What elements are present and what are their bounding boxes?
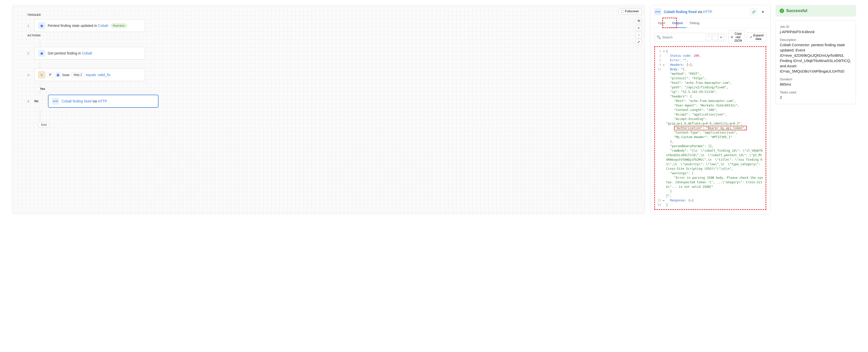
condition-card[interactable]: ↳ IF ◉ State Step 2 equals valid_fix [34, 68, 145, 81]
duration-value: 885ms [780, 82, 852, 87]
description-value: Cobalt Connector: pentest finding state … [780, 42, 852, 74]
trigger-card[interactable]: ◉ Pentest finding state updated in Cobal… [34, 19, 145, 32]
search-prev-button[interactable]: ˆ [706, 34, 712, 40]
fullscreen-label: Fullscreen [625, 9, 639, 13]
close-icon: ✕ [720, 36, 722, 39]
cobalt-icon: ◉ [56, 72, 61, 77]
end-node[interactable]: End [38, 122, 50, 128]
step-number: 3 [27, 73, 30, 77]
realtime-badge: Real-time [111, 23, 127, 28]
zoom-in-button[interactable]: + [636, 25, 642, 31]
fullscreen-icon: ⛶ [621, 9, 624, 13]
search-icon: 🔍 [656, 35, 661, 39]
fullscreen-button[interactable]: ⛶ Fullscreen [618, 8, 642, 14]
jobid-value: j-APRPdxP3-K4bnck [780, 29, 852, 34]
chevron-down-icon: ˇ [715, 36, 715, 39]
branch-icon: ↳ [38, 71, 45, 78]
expand-data-button[interactable]: ⤢ Expand data [747, 32, 766, 42]
tab-input[interactable]: Input [654, 19, 669, 28]
cobalt-icon: ◉ [38, 50, 45, 57]
http-action-text: Cobalt finding fixed via HTTP [62, 99, 107, 103]
step-number: 4 [27, 99, 30, 103]
step-number: 2 [27, 52, 30, 55]
link-button[interactable]: 🔗 [750, 8, 757, 15]
flow-canvas: ⛶ Fullscreen ⟲ + − ⤢ TRIGGER 1 ◉ Pentest… [12, 5, 645, 214]
step-number: 1 [27, 24, 30, 28]
trigger-text: Pentest finding state updated in Cobalt [48, 24, 108, 28]
copy-json-button[interactable]: ⎘ Copy raw JSON [728, 31, 745, 44]
copy-icon: ⎘ [731, 35, 733, 39]
detail-panel: HTTP Cobalt finding fixed via HTTP 🔗 ✕ I… [650, 5, 771, 214]
search-box[interactable]: 🔍 ˆ ˇ ✕ [654, 33, 726, 41]
action-text: Get pentest finding in Cobalt [48, 51, 92, 55]
close-button[interactable]: ✕ [759, 8, 766, 15]
no-branch-label: No [34, 99, 38, 103]
if-label: IF [47, 72, 54, 77]
chevron-up-icon: ˆ [709, 36, 709, 39]
action-card[interactable]: ◉ Get pentest finding in Cobalt [34, 47, 145, 60]
fit-button[interactable]: ⤢ [636, 39, 642, 45]
tasks-value: 2 [780, 95, 852, 100]
check-icon: ✓ [780, 8, 784, 13]
http-icon: HTTP [654, 8, 661, 15]
actions-section-label: ACTIONS [27, 34, 630, 37]
close-icon: ✕ [762, 10, 764, 14]
search-input[interactable] [662, 35, 705, 39]
search-clear-button[interactable]: ✕ [718, 34, 724, 40]
yes-branch-label: Yes [40, 87, 630, 91]
zoom-out-button[interactable]: − [636, 32, 642, 38]
job-details-panel: ✓ Successful Job ID j-APRPdxP3-K4bnck De… [776, 5, 856, 214]
tab-output[interactable]: Output [669, 19, 686, 28]
http-icon: HTTP [52, 98, 59, 105]
status-card: ✓ Successful [776, 5, 856, 17]
search-next-button[interactable]: ˇ [712, 34, 718, 40]
expand-icon: ⤢ [750, 35, 752, 39]
tab-debug[interactable]: Debug [686, 19, 703, 28]
trigger-section-label: TRIGGER [27, 13, 630, 16]
status-text: Successful [786, 8, 807, 13]
duration-label: Duration [780, 77, 852, 81]
recenter-button[interactable]: ⟲ [636, 18, 642, 24]
authorization-header-annotation: "Authorization": "Bearer my_api_token", [674, 126, 747, 130]
link-icon: 🔗 [752, 10, 756, 14]
http-action-card[interactable]: HTTP Cobalt finding fixed via HTTP [48, 95, 158, 108]
detail-title: Cobalt finding fixed via HTTP [664, 10, 712, 14]
step-ref: Step 2 [71, 72, 84, 77]
jobid-label: Job ID [780, 25, 852, 29]
cobalt-icon: ◉ [38, 22, 45, 29]
tasks-label: Tasks used [780, 90, 852, 94]
output-code-area[interactable]: 1▾{ 2Status code: 200, 3Error: "", 4▸Hea… [654, 46, 766, 210]
description-label: Description [780, 38, 852, 42]
